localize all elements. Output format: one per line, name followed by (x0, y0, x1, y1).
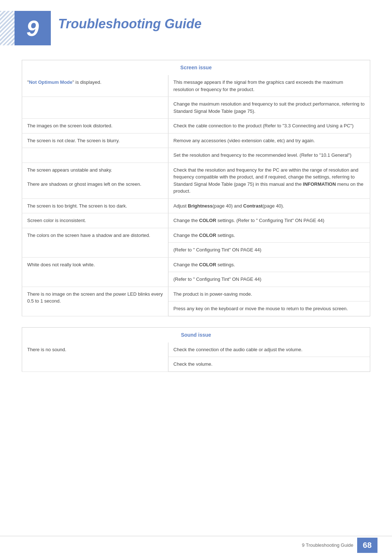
problem-cell: White does not really look white. (22, 257, 168, 287)
problem-cell: There is no image on the screen and the … (22, 287, 168, 316)
problem-cell: "Not Optimum Mode" is displayed. (22, 75, 168, 97)
solution-cell: Change the COLOR settings. (Refer to " C… (168, 213, 370, 228)
contrast-bold: Contrast (243, 203, 262, 209)
sound-issue-header: Sound issue (22, 327, 370, 342)
solution-cell: Check the cable connection to the produc… (168, 119, 370, 134)
problem-cell: The colors on the screen have a shadow a… (22, 228, 168, 257)
page-number: 68 (357, 538, 377, 553)
not-optimum-mode-text: Not Optimum Mode (29, 79, 73, 85)
solution-cell: This message appears if the signal from … (168, 75, 370, 97)
table-row: There is no image on the screen and the … (22, 287, 370, 301)
color-bold: COLOR (199, 262, 216, 267)
brightness-bold: Brightness (188, 203, 213, 209)
table-row: The screen appears unstable and shaky. T… (22, 163, 370, 198)
table-row: Screen color is inconsistent. Change the… (22, 213, 370, 228)
problem-cell: The screen is too bright. The screen is … (22, 198, 168, 213)
screen-issue-table: Screen issue "Not Optimum Mode" is displ… (22, 60, 370, 316)
page-header: 9 Troubleshooting Guide (0, 0, 392, 53)
sound-issue-table: Sound issue There is no sound. Check the… (22, 327, 370, 372)
solution-cell: (Refer to " Configuring Tint" ON PAGE 44… (168, 243, 370, 258)
page-footer: 9 Troubleshooting Guide 68 (0, 536, 392, 554)
table-row: "Not Optimum Mode" is displayed. This me… (22, 75, 370, 97)
solution-cell: Set the resolution and frequency to the … (168, 148, 370, 163)
problem-cell: The screen appears unstable and shaky. T… (22, 163, 168, 198)
solution-cell: Change the COLOR settings. (168, 257, 370, 272)
solution-cell: Check the volume. (168, 357, 370, 372)
solution-cell: Change the COLOR settings. (168, 228, 370, 243)
problem-cell-empty (22, 97, 168, 119)
screen-issue-header: Screen issue (22, 60, 370, 75)
problem-cell-empty (22, 148, 168, 163)
table-row: The screen is too bright. The screen is … (22, 198, 370, 213)
footer-text: 9 Troubleshooting Guide (302, 542, 354, 548)
table-row: There is no sound. Check the connection … (22, 342, 370, 357)
main-content: Screen issue "Not Optimum Mode" is displ… (0, 53, 392, 397)
table-row: The images on the screen look distorted.… (22, 119, 370, 134)
table-row: White does not really look white. Change… (22, 257, 370, 272)
solution-cell: Change the maximum resolution and freque… (168, 97, 370, 119)
problem-cell: There is no sound. (22, 342, 168, 372)
color-bold: COLOR (199, 218, 216, 223)
solution-cell: Press any key on the keyboard or move th… (168, 301, 370, 316)
solution-cell: Check that the resolution and frequency … (168, 163, 370, 198)
solution-cell: The product is in power-saving mode. (168, 287, 370, 301)
solution-cell: Adjust Brightness(page 40) and Contrast(… (168, 198, 370, 213)
table-row: The colors on the screen have a shadow a… (22, 228, 370, 243)
problem-cell: Screen color is inconsistent. (22, 213, 168, 228)
table-row: Set the resolution and frequency to the … (22, 148, 370, 163)
chapter-number: 9 (15, 11, 51, 45)
table-row: Change the maximum resolution and freque… (22, 97, 370, 119)
solution-cell: (Refer to " Configuring Tint" ON PAGE 44… (168, 272, 370, 287)
problem-cell: The screen is not clear. The screen is b… (22, 133, 168, 148)
information-bold: INFORMATION (303, 181, 336, 187)
page-title: Troubleshooting Guide (58, 11, 201, 32)
color-bold: COLOR (199, 233, 216, 238)
table-row: The screen is not clear. The screen is b… (22, 133, 370, 148)
solution-cell: Check the connection of the audio cable … (168, 342, 370, 357)
problem-cell: The images on the screen look distorted. (22, 119, 168, 134)
solution-cell: Remove any accessories (video extension … (168, 133, 370, 148)
